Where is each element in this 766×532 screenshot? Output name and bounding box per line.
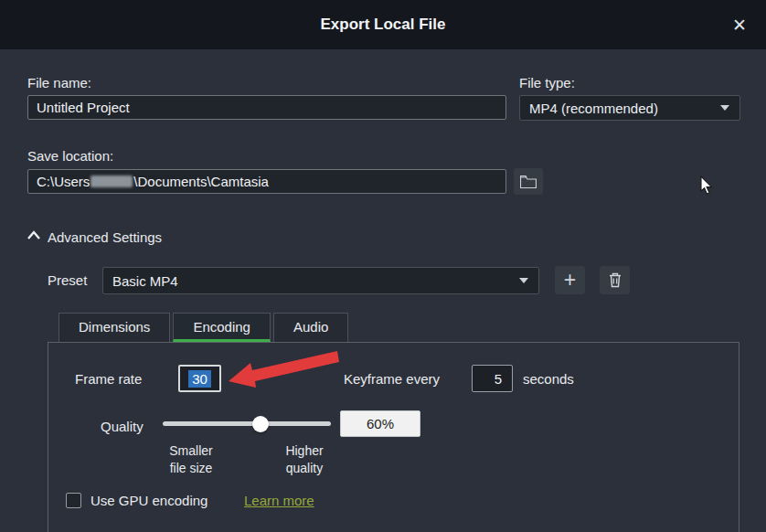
file-name-label: File name:: [27, 75, 91, 90]
delete-preset-button[interactable]: [600, 266, 630, 294]
collapse-chevron-icon[interactable]: [27, 230, 40, 241]
file-name-input[interactable]: Untitled Project: [27, 95, 506, 120]
quality-slider-thumb[interactable]: [252, 416, 269, 432]
keyframe-value: 5: [495, 371, 502, 387]
quality-slider-track[interactable]: [163, 421, 331, 426]
file-type-label: File type:: [519, 75, 575, 90]
quality-label: Quality: [101, 419, 144, 434]
dialog-title: Export Local File: [321, 16, 446, 34]
gpu-encoding-label: Use GPU encoding: [90, 493, 207, 508]
quality-value-input[interactable]: 60%: [340, 410, 420, 437]
quality-max-label: Higher quality: [276, 442, 333, 477]
frame-rate-input[interactable]: 30: [178, 365, 221, 392]
preset-label: Preset: [48, 272, 87, 288]
save-location-input[interactable]: C:\Users\Documents\Camtasia: [27, 169, 506, 194]
mouse-cursor: [700, 176, 715, 196]
file-type-value: MP4 (recommended): [529, 101, 658, 116]
keyframe-input[interactable]: 5: [472, 365, 513, 392]
trash-icon: [608, 272, 622, 288]
plus-icon: +: [564, 268, 576, 293]
save-location-label: Save location:: [27, 148, 113, 164]
close-icon[interactable]: ✕: [728, 13, 751, 37]
add-preset-button[interactable]: +: [555, 266, 585, 294]
tab-encoding[interactable]: Encoding: [173, 313, 271, 342]
save-location-suffix: \Documents\Camtasia: [133, 174, 269, 189]
tab-audio[interactable]: Audio: [273, 313, 348, 342]
file-type-dropdown[interactable]: MP4 (recommended): [519, 95, 740, 121]
quality-min-label: Smaller file size: [163, 442, 219, 477]
folder-icon: [520, 176, 537, 188]
learn-more-link[interactable]: Learn more: [244, 493, 314, 508]
chevron-down-icon: [519, 278, 528, 283]
redacted-username: [90, 176, 133, 187]
gpu-encoding-checkbox[interactable]: [66, 493, 81, 508]
titlebar: Export Local File ✕: [0, 0, 766, 49]
settings-tabs: Dimensions Encoding Audio: [59, 313, 348, 342]
browse-folder-button[interactable]: [514, 168, 543, 195]
tab-dimensions[interactable]: Dimensions: [59, 313, 170, 342]
chevron-down-icon: [720, 105, 729, 111]
export-local-file-dialog: Export Local File ✕ File name: Untitled …: [0, 0, 766, 532]
preset-value: Basic MP4: [112, 273, 178, 289]
save-location-prefix: C:\Users: [37, 174, 90, 189]
quality-value: 60%: [367, 416, 394, 431]
frame-rate-label: Frame rate: [75, 371, 142, 387]
advanced-settings-toggle[interactable]: Advanced Settings: [48, 229, 162, 245]
keyframe-unit: seconds: [523, 371, 574, 387]
file-name-value: Untitled Project: [37, 100, 130, 115]
preset-dropdown[interactable]: Basic MP4: [102, 267, 539, 294]
keyframe-label: Keyframe every: [344, 371, 440, 387]
frame-rate-value: 30: [188, 370, 211, 388]
